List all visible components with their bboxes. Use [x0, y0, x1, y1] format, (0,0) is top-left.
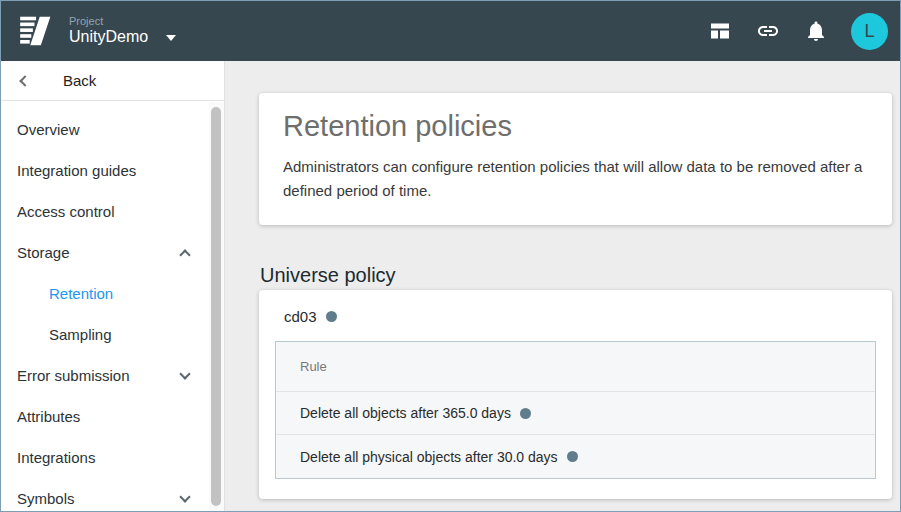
rule-text: Delete all physical objects after 30.0 d…	[300, 449, 558, 465]
sidebar-item-sampling[interactable]: Sampling	[1, 314, 209, 355]
rule-table: Rule Delete all objects after 365.0 days…	[275, 341, 876, 479]
avatar-letter: L	[864, 21, 874, 42]
back-label: Back	[63, 72, 96, 89]
sidebar-item-storage[interactable]: Storage	[1, 232, 209, 273]
rule-text: Delete all objects after 365.0 days	[300, 405, 511, 421]
chevron-down-icon	[166, 35, 176, 41]
rule-table-body: Delete all objects after 365.0 daysDelet…	[276, 392, 875, 478]
sidebar-item-retention[interactable]: Retention	[1, 273, 209, 314]
policy-name: cd03	[284, 308, 317, 325]
rule-table-row: Delete all objects after 365.0 days	[276, 392, 875, 435]
rule-table-header: Rule	[276, 342, 875, 392]
sidebar-item-label: Attributes	[17, 408, 80, 425]
sidebar-item-integration-guides[interactable]: Integration guides	[1, 150, 209, 191]
sidebar-scrollbar-track	[209, 102, 224, 511]
rule-table-row: Delete all physical objects after 30.0 d…	[276, 435, 875, 478]
backtrace-logo-icon	[17, 13, 53, 49]
sidebar-nav: OverviewIntegration guidesAccess control…	[1, 101, 209, 512]
project-switcher[interactable]: Project UnityDemo	[69, 15, 176, 46]
status-dot-icon	[567, 451, 578, 462]
link-icon[interactable]	[756, 19, 780, 43]
sidebar-item-label: Integrations	[17, 449, 95, 466]
project-name: UnityDemo	[69, 28, 148, 46]
status-dot-icon	[326, 311, 337, 322]
app-window: Project UnityDemo L Back OverviewInteg	[0, 0, 901, 512]
page-title: Retention policies	[283, 109, 868, 143]
back-button[interactable]: Back	[1, 61, 224, 101]
sidebar-item-label: Error submission	[17, 367, 130, 384]
user-avatar[interactable]: L	[851, 13, 888, 50]
top-bar: Project UnityDemo L	[1, 1, 900, 61]
page-description: Administrators can configure retention p…	[283, 155, 868, 203]
sidebar-item-label: Access control	[17, 203, 115, 220]
settings-sidebar: Back OverviewIntegration guidesAccess co…	[1, 61, 225, 511]
sidebar-item-label: Storage	[17, 244, 70, 261]
sidebar-item-label: Integration guides	[17, 162, 136, 179]
sidebar-item-overview[interactable]: Overview	[1, 109, 209, 150]
sidebar-item-label: Retention	[49, 285, 113, 302]
chevron-down-icon	[179, 368, 190, 379]
chevron-down-icon	[179, 491, 190, 502]
universe-policy-heading: Universe policy	[260, 263, 892, 287]
chevron-up-icon	[179, 249, 190, 260]
sidebar-item-label: Symbols	[17, 490, 75, 507]
sidebar-item-label: Overview	[17, 121, 80, 138]
chevron-left-icon	[19, 75, 30, 86]
sidebar-item-integrations[interactable]: Integrations	[1, 437, 209, 478]
dashboard-layout-icon[interactable]	[708, 19, 732, 43]
policy-name-row: cd03	[275, 308, 876, 325]
project-label: Project	[69, 15, 176, 28]
sidebar-item-label: Sampling	[49, 326, 112, 343]
retention-intro-card: Retention policies Administrators can co…	[259, 93, 892, 225]
sidebar-item-symbols[interactable]: Symbols	[1, 478, 209, 512]
sidebar-item-error-submission[interactable]: Error submission	[1, 355, 209, 396]
sidebar-scrollbar-thumb[interactable]	[211, 107, 221, 506]
status-dot-icon	[520, 408, 531, 419]
notifications-bell-icon[interactable]	[804, 19, 828, 43]
sidebar-item-access-control[interactable]: Access control	[1, 191, 209, 232]
universe-policy-card: cd03 Rule Delete all objects after 365.0…	[259, 290, 892, 499]
sidebar-item-attributes[interactable]: Attributes	[1, 396, 209, 437]
main-content: Retention policies Administrators can co…	[225, 61, 900, 511]
